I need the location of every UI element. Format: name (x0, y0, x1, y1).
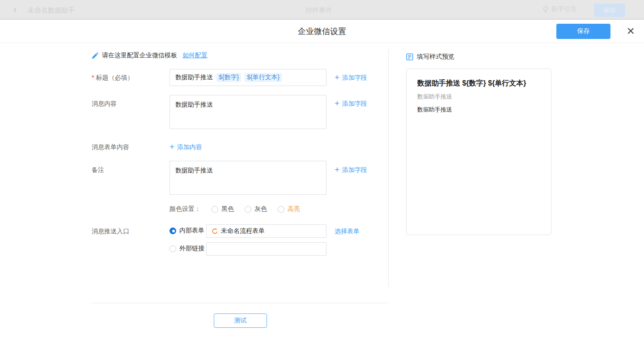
add-field-link-title[interactable]: + 添加字段 (335, 73, 367, 82)
add-field-link-content[interactable]: + 添加字段 (335, 99, 367, 108)
modal-header: 企业微信设置 保存 × (0, 20, 644, 43)
plus-icon: + (335, 99, 339, 107)
radio-unchecked-icon[interactable] (278, 206, 284, 213)
color-option-black[interactable]: 黑色 (212, 205, 234, 213)
document-icon (406, 53, 413, 60)
preview-title: 数据助手推送 ${数字} ${单行文本} (417, 79, 526, 88)
external-link-label: 外部链接 (179, 245, 204, 253)
config-hint-row: 请在这里配置企业微信模板 如何配置 (92, 51, 208, 60)
content-textarea[interactable]: 数据助手推送 (169, 95, 326, 129)
required-asterisk: * (92, 74, 94, 81)
internal-form-input[interactable]: 未命名流程表单 (206, 224, 326, 238)
title-field-label: *标题（必填） (92, 73, 133, 82)
preview-header-label: 填写样式预览 (417, 53, 454, 61)
bulb-icon (542, 6, 549, 13)
preview-remark-line: 数据助手推送 (417, 106, 452, 114)
topbar: ‹ 未命名数据助手 控件事件 新手引导 保存 (0, 0, 644, 20)
content-textarea-text: 数据助手推送 (175, 101, 213, 108)
form-content-label: 消息表单内容 (92, 142, 129, 151)
add-field-link-remark[interactable]: + 添加字段 (335, 165, 367, 174)
color-settings-row: 颜色设置： 黑色 灰色 高亮 (169, 205, 300, 213)
external-link-input-wrap (206, 242, 326, 256)
field-token-text[interactable]: ${单行文本} (245, 73, 282, 82)
radio-checked-icon[interactable] (169, 227, 176, 234)
preview-header: 填写样式预览 (406, 53, 454, 61)
topbar-guide-label: 新手引导 (551, 5, 576, 13)
color-option-black-label: 黑色 (221, 205, 234, 213)
color-settings-label: 颜色设置： (169, 205, 201, 213)
plus-icon: + (335, 73, 339, 82)
field-token-number[interactable]: ${数字} (216, 73, 241, 82)
radio-unchecked-icon[interactable] (212, 206, 218, 213)
remark-textarea[interactable]: 数据助手推送 (169, 161, 326, 195)
title-input-text: 数据助手推送 (175, 73, 213, 82)
plus-icon: + (169, 143, 174, 151)
config-hint-text: 请在这里配置企业微信模板 (102, 51, 177, 60)
save-button[interactable]: 保存 (556, 24, 610, 39)
radio-unchecked-icon[interactable] (169, 245, 176, 252)
topbar-save-button: 保存 (594, 4, 625, 17)
form-bottom-divider (92, 303, 388, 303)
plus-icon: + (335, 166, 339, 174)
preview-content-line: 数据助手推送 (417, 93, 452, 101)
external-link-input[interactable] (211, 245, 322, 253)
add-field-label: 添加字段 (342, 99, 367, 108)
internal-form-radio[interactable]: 内部表单 (169, 227, 204, 235)
internal-form-label: 内部表单 (179, 227, 204, 235)
remark-textarea-text: 数据助手推送 (175, 167, 213, 174)
add-field-label: 添加字段 (342, 165, 367, 174)
add-content-link[interactable]: + 添加内容 (169, 142, 202, 151)
test-button[interactable]: 测试 (214, 313, 267, 328)
color-option-highlight-label: 高亮 (288, 205, 300, 213)
color-option-gray-label: 灰色 (254, 205, 267, 213)
preview-card: 数据助手推送 ${数字} ${单行文本} 数据助手推送 数据助手推送 (406, 69, 551, 235)
topbar-tab-control-events[interactable]: 控件事件 (305, 6, 332, 15)
remark-field-label: 备注 (92, 165, 104, 174)
title-field-label-text: 标题（必填） (96, 74, 133, 81)
color-option-highlight[interactable]: 高亮 (278, 205, 300, 213)
how-to-configure-link[interactable]: 如何配置 (182, 51, 208, 60)
wechat-settings-modal: 企业微信设置 保存 × 请在这里配置企业微信模板 如何配置 *标题（必填） 数据… (0, 20, 644, 339)
title-input[interactable]: 数据助手推送 ${数字} ${单行文本} (169, 69, 326, 86)
close-icon[interactable]: × (627, 22, 635, 40)
color-option-gray[interactable]: 灰色 (245, 205, 267, 213)
choose-form-link[interactable]: 选择表单 (335, 227, 360, 236)
workflow-icon (211, 228, 218, 235)
section-divider (388, 49, 389, 287)
internal-form-value: 未命名流程表单 (221, 227, 265, 235)
modal-title: 企业微信设置 (0, 20, 644, 43)
topbar-app-title: 未命名数据助手 (28, 6, 75, 15)
add-content-label: 添加内容 (177, 142, 202, 151)
topbar-guide[interactable]: 新手引导 (542, 5, 576, 13)
pencil-icon (92, 52, 98, 59)
push-entry-label: 消息推送入口 (92, 227, 129, 236)
radio-unchecked-icon[interactable] (245, 206, 251, 213)
back-chevron-icon[interactable]: ‹ (13, 4, 17, 16)
modal-body: 请在这里配置企业微信模板 如何配置 *标题（必填） 数据助手推送 ${数字} $… (0, 43, 644, 339)
add-field-label: 添加字段 (342, 73, 367, 82)
external-link-radio[interactable]: 外部链接 (169, 245, 204, 253)
content-field-label: 消息内容 (92, 99, 117, 108)
